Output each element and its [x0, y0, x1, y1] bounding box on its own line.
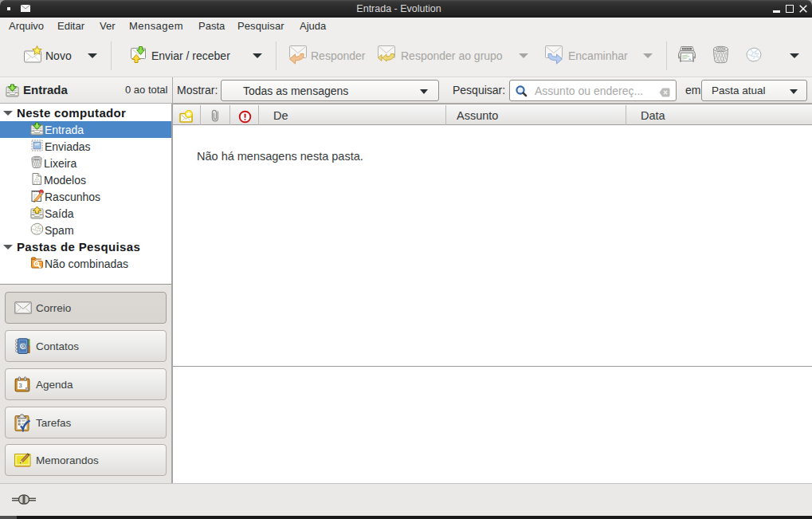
svg-text:3: 3	[18, 381, 22, 388]
